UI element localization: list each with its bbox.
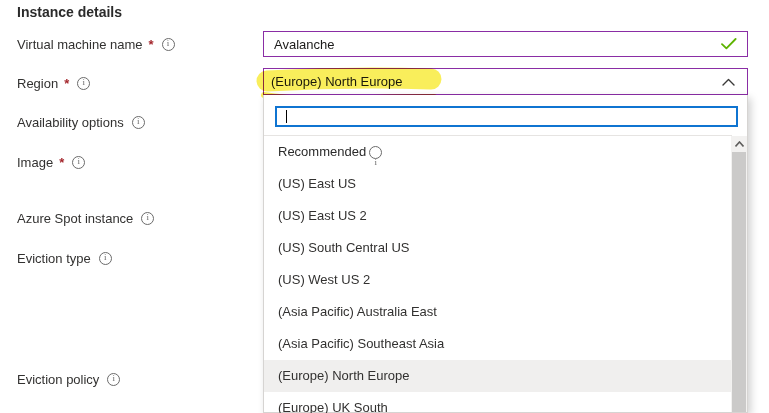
region-option-highlighted[interactable]: (Europe) North Europe [264,360,731,392]
region-dropdown-panel: Recommended (US) East US (US) East US 2 … [263,95,748,413]
field-label-eviction-type: Eviction type [17,251,112,266]
info-icon[interactable] [107,373,120,386]
region-option[interactable]: (US) West US 2 [264,264,731,296]
vm-name-value: Avalanche [274,37,721,52]
field-label-vm-name: Virtual machine name* [17,37,175,52]
info-icon[interactable] [162,38,175,51]
text-caret [286,110,287,123]
region-dropdown[interactable]: (Europe) North Europe [263,68,748,95]
vm-name-input[interactable]: Avalanche [263,31,748,57]
field-label-azure-spot-instance: Azure Spot instance [17,211,154,226]
region-option[interactable]: (Europe) UK South [264,392,731,413]
info-icon[interactable] [369,146,382,159]
valid-check-icon [721,38,737,50]
chevron-up-icon [735,141,744,147]
region-search-input[interactable] [275,106,738,127]
region-options-list: Recommended (US) East US (US) East US 2 … [264,136,731,413]
region-selected-value: (Europe) North Europe [271,74,722,89]
field-label-eviction-policy: Eviction policy [17,372,120,387]
info-icon[interactable] [141,212,154,225]
scrollbar-thumb[interactable] [732,152,746,412]
region-option[interactable]: (US) East US [264,168,731,200]
region-option[interactable]: (Asia Pacific) Southeast Asia [264,328,731,360]
info-icon[interactable] [77,77,90,90]
group-header-recommended: Recommended [264,136,731,168]
info-icon[interactable] [99,252,112,265]
scrollbar[interactable] [731,136,747,412]
region-option[interactable]: (US) East US 2 [264,200,731,232]
field-label-availability-options: Availability options [17,115,145,130]
scrollbar-up-button[interactable] [731,136,747,151]
chevron-up-icon [722,78,735,86]
field-label-region: Region* [17,76,90,91]
region-option[interactable]: (US) South Central US [264,232,731,264]
azure-create-vm-instance-details: Instance details Virtual machine name* R… [0,0,769,413]
info-icon[interactable] [132,116,145,129]
field-label-image: Image* [17,155,85,170]
region-option[interactable]: (Asia Pacific) Australia East [264,296,731,328]
info-icon[interactable] [72,156,85,169]
section-title: Instance details [17,4,122,20]
